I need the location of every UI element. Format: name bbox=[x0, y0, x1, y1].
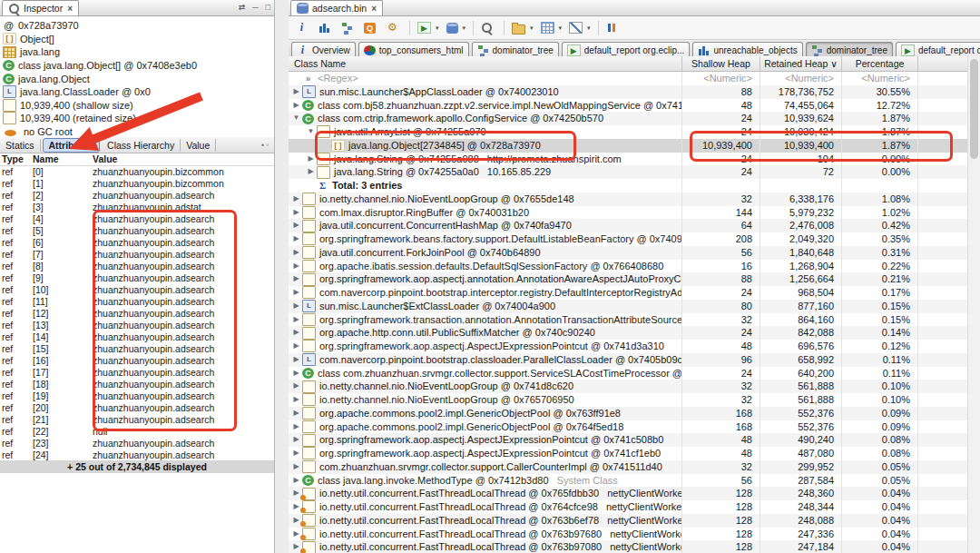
heap-row[interactable]: ▶io.netty.channel.nio.NioEventLoopGroup … bbox=[289, 393, 980, 407]
heap-row[interactable]: ▶io.netty.channel.nio.NioEventLoopGroup … bbox=[289, 380, 980, 393]
expander-collapsed-icon[interactable]: ▶ bbox=[290, 300, 302, 313]
close-icon[interactable]: × bbox=[67, 4, 73, 14]
expander-collapsed-icon[interactable]: ▶ bbox=[290, 193, 302, 206]
editor-tab-adsearch[interactable]: adsearch.bin × bbox=[290, 0, 383, 15]
attribute-row[interactable]: ref[8]zhuanzhuanyoupin.adsearch bbox=[0, 261, 274, 272]
expander-expanded-icon[interactable]: ▼ bbox=[290, 112, 302, 125]
heap-row[interactable]: ▶org.apache.commons.pool2.impl.GenericOb… bbox=[289, 420, 980, 434]
expander-collapsed-icon[interactable]: ▶ bbox=[290, 447, 302, 460]
heap-row[interactable]: ▶Cclass com.zhuanzhuan.srvmgr.collector.… bbox=[289, 367, 980, 380]
attribute-row[interactable]: ref[10]zhuanzhuanyoupin.adsearch bbox=[0, 284, 274, 296]
inspector-tab-value[interactable]: Value bbox=[181, 139, 216, 152]
heap-row[interactable]: ▶java.util.concurrent.ConcurrentHashMap … bbox=[289, 219, 980, 232]
heap-row[interactable]: ▶io.netty.util.concurrent.FastThreadLoca… bbox=[289, 540, 980, 553]
heap-row[interactable]: ▼java.util.ArrayList @ 0x74255a0702410,9… bbox=[289, 125, 980, 139]
heap-row[interactable]: ▶org.apache.commons.pool2.impl.GenericOb… bbox=[289, 407, 980, 420]
expander-collapsed-icon[interactable]: ▶ bbox=[290, 206, 302, 220]
expander-collapsed-icon[interactable]: ▶ bbox=[290, 313, 302, 327]
view-menu-icons[interactable]: ▪▫ bbox=[261, 141, 274, 149]
attribute-row[interactable]: ref[19]zhuanzhuanyoupin.adsearch bbox=[0, 390, 274, 402]
heap-row[interactable]: ▶org.apache.ibatis.session.defaults.Defa… bbox=[289, 260, 980, 273]
close-icon[interactable]: × bbox=[371, 4, 377, 14]
info-button[interactable]: i bbox=[293, 20, 314, 35]
scrollbar-thumb[interactable] bbox=[970, 59, 978, 159]
heap-row[interactable]: ▼Cclass com.ctrip.framework.apollo.Confi… bbox=[289, 112, 980, 125]
expander-collapsed-icon[interactable]: ▶ bbox=[290, 420, 302, 434]
attribute-row[interactable]: ref[13]zhuanzhuanyoupin.adsearch bbox=[0, 320, 274, 331]
attribute-row[interactable]: ref[7]zhuanzhuanyoupin.adsearch bbox=[0, 249, 274, 261]
dominator-tree-button[interactable] bbox=[338, 20, 359, 35]
heap-row[interactable]: ▶java.lang.String @ 0x74255a088http://pr… bbox=[289, 153, 980, 166]
panel-sash[interactable] bbox=[275, 0, 289, 553]
column-header-type[interactable]: Type bbox=[0, 153, 31, 165]
inspector-summary-row[interactable]: @0x728a73970 bbox=[0, 19, 274, 33]
expander-collapsed-icon[interactable]: ▶ bbox=[305, 153, 317, 166]
heap-row[interactable]: ▶io.netty.util.concurrent.FastThreadLoca… bbox=[289, 500, 980, 514]
heap-row[interactable]: ▶io.netty.util.concurrent.FastThreadLoca… bbox=[289, 528, 980, 541]
expander-collapsed-icon[interactable]: ▶ bbox=[290, 286, 302, 300]
attribute-row[interactable]: ref[6]zhuanzhuanyoupin.adsearch bbox=[0, 237, 274, 249]
expander-collapsed-icon[interactable]: ▶ bbox=[290, 407, 302, 420]
expander-collapsed-icon[interactable]: ▶ bbox=[290, 340, 302, 353]
attribute-row[interactable]: ref[16]zhuanzhuanyoupin.adsearch bbox=[0, 355, 274, 367]
inspector-tab-statics[interactable]: Statics bbox=[0, 139, 41, 152]
attribute-row[interactable]: ref[0]zhuanzhuanyoupin.bizcommon bbox=[0, 166, 274, 178]
inspector-summary-row[interactable]: java.lang bbox=[0, 45, 274, 59]
expander-collapsed-icon[interactable]: ▶ bbox=[290, 260, 302, 273]
column-header-percentage[interactable]: Percentage bbox=[842, 56, 918, 71]
expander-collapsed-icon[interactable]: ▶ bbox=[290, 232, 302, 246]
attribute-row[interactable]: ref[22]null bbox=[0, 426, 274, 438]
expander-collapsed-icon[interactable]: ▶ bbox=[290, 246, 302, 260]
sync-icon[interactable]: ⇄ bbox=[235, 0, 250, 15]
oql-button[interactable]: Q bbox=[361, 21, 382, 35]
heap-row[interactable]: ▶io.netty.util.concurrent.FastThreadLoca… bbox=[289, 487, 980, 500]
inspector-summary-row[interactable]: Ljava.lang.ClassLoader @ 0x0 bbox=[0, 85, 274, 99]
heap-row[interactable]: ▶org.springframework.aop.aspectj.AspectJ… bbox=[289, 340, 980, 353]
attribute-row[interactable]: ref[3]zhuanzhuanyoupin.adstat bbox=[0, 202, 274, 213]
heap-row[interactable]: []java.lang.Object[2734845] @ 0x728a7397… bbox=[289, 139, 980, 153]
heap-row[interactable]: ▶org.apache.http.conn.util.PublicSuffixM… bbox=[289, 326, 980, 340]
expander-collapsed-icon[interactable]: ▶ bbox=[290, 272, 302, 286]
heap-row[interactable]: ▶org.springframework.aop.aspectj.annotat… bbox=[289, 272, 980, 286]
expander-collapsed-icon[interactable]: ▶ bbox=[290, 380, 302, 393]
heap-row[interactable]: ▶org.springframework.transaction.annotat… bbox=[289, 313, 980, 327]
attribute-row[interactable]: ref[23]zhuanzhuanyoupin.adsearch bbox=[0, 438, 274, 449]
inspector-tab-class-hierarchy[interactable]: Class Hierarchy bbox=[102, 139, 181, 152]
column-header-retained-heap[interactable]: Retained Heap ∨ bbox=[760, 56, 842, 71]
attribute-row[interactable]: ref[17]zhuanzhuanyoupin.adsearch bbox=[0, 367, 274, 379]
attribute-row[interactable]: ref[14]zhuanzhuanyoupin.adsearch bbox=[0, 331, 274, 343]
attribute-row[interactable]: ref[21]zhuanzhuanyoupin.adsearch bbox=[0, 414, 274, 426]
group-button[interactable]: ▾ bbox=[509, 20, 536, 36]
heap-row[interactable]: ▶java.util.concurrent.ForkJoinPool @ 0x7… bbox=[289, 246, 980, 260]
heap-row[interactable]: ▶java.lang.String @ 0x74255a0a010.165.85… bbox=[289, 165, 980, 179]
heap-row[interactable]: ΣTotal: 3 entries bbox=[289, 179, 980, 193]
heap-row[interactable]: ▶org.springframework.beans.factory.suppo… bbox=[289, 232, 980, 246]
column-header-shallow-heap[interactable]: Shallow Heap bbox=[682, 56, 760, 71]
queries-button[interactable]: ▾ bbox=[444, 21, 469, 35]
attribute-row[interactable]: ref[11]zhuanzhuanyoupin.adsearch bbox=[0, 296, 274, 308]
expander-collapsed-icon[interactable]: ▶ bbox=[290, 85, 302, 99]
attribute-row[interactable]: ref[20]zhuanzhuanyoupin.adsearch bbox=[0, 402, 274, 414]
attribute-row[interactable]: ref[4]zhuanzhuanyoupin.adsearch bbox=[0, 213, 274, 225]
heap-row[interactable]: ▶Lsun.misc.Launcher$ExtClassLoader @ 0x7… bbox=[289, 300, 980, 313]
inspector-summary-row[interactable]: Cclass java.lang.Object[] @ 0x7408e3eb0 bbox=[0, 59, 274, 73]
column-header-value[interactable]: Value bbox=[91, 153, 274, 165]
heap-row[interactable]: ▶Lcom.navercorp.pinpoint.bootstrap.class… bbox=[289, 353, 980, 367]
expander-expanded-icon[interactable]: ▼ bbox=[305, 125, 317, 139]
column-header-name[interactable]: Name bbox=[31, 153, 91, 165]
heap-row[interactable]: ▶Cclass com.bj58.zhuanzhuan.zzpt.v2.serv… bbox=[289, 99, 980, 113]
heap-row[interactable]: ▶com.zhuanzhuan.srvmgr.collector.support… bbox=[289, 460, 980, 474]
expander-collapsed-icon[interactable]: ▶ bbox=[290, 460, 302, 474]
expander-collapsed-icon[interactable]: ▶ bbox=[290, 393, 302, 407]
inspector-summary-row[interactable]: 10,939,400 (retained size) bbox=[0, 112, 274, 125]
minimize-icon[interactable]: ─ bbox=[249, 0, 261, 15]
expander-collapsed-icon[interactable]: ▶ bbox=[290, 219, 302, 232]
threads-button[interactable] bbox=[603, 20, 624, 35]
heap-row[interactable]: ▶Lsun.misc.Launcher$AppClassLoader @ 0x7… bbox=[289, 85, 980, 99]
attribute-row[interactable]: ref[2]zhuanzhuanyoupin.adsearch bbox=[0, 190, 274, 202]
heap-row[interactable]: ▶org.springframework.aop.aspectj.AspectJ… bbox=[289, 447, 980, 460]
column-header-class-name[interactable]: Class Name bbox=[289, 56, 682, 71]
run-report-button[interactable]: ▶▾ bbox=[415, 20, 442, 35]
attribute-row[interactable]: ref[12]zhuanzhuanyoupin.adsearch bbox=[0, 308, 274, 320]
expander-collapsed-icon[interactable]: ▶ bbox=[290, 353, 302, 367]
